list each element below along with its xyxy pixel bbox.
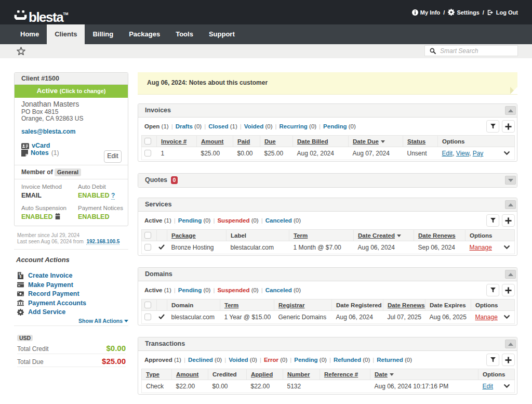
svg-text:$: $ (20, 275, 22, 279)
